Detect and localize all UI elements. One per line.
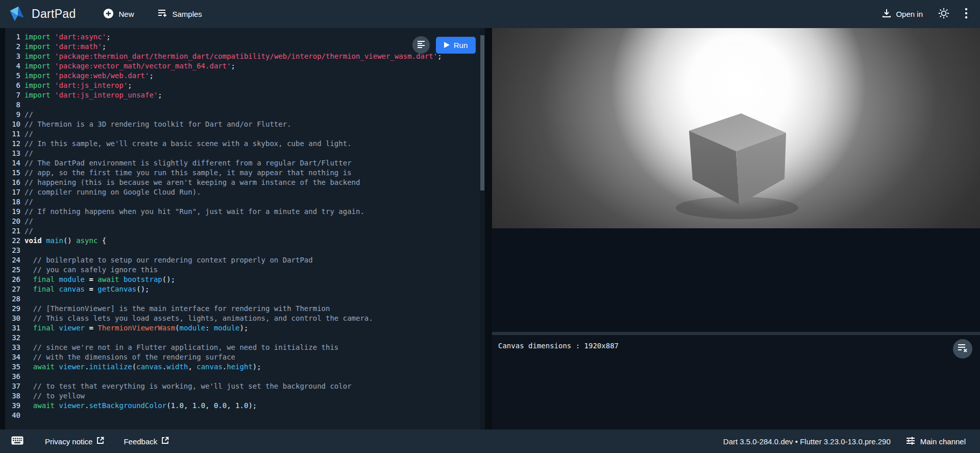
code-line[interactable]: 16// happening (this is because we aren'… — [5, 178, 485, 187]
line-number: 35 — [5, 362, 20, 372]
code-line[interactable]: 40 — [5, 411, 485, 420]
download-icon — [882, 9, 891, 19]
status-bar: Privacy notice Feedback Dart 3.5.0-284.0… — [0, 430, 980, 453]
plus-circle-icon — [103, 8, 114, 20]
code-line[interactable]: 21// — [5, 226, 485, 236]
feedback-link[interactable]: Feedback — [124, 437, 169, 446]
code-lines[interactable]: 1import 'dart:async';2import 'dart:math'… — [5, 28, 485, 430]
code-line[interactable]: 27 final canvas = getCanvas(); — [5, 284, 485, 294]
code-line[interactable]: 24 // boilerplate to setup our rendering… — [5, 255, 485, 265]
code-line[interactable]: 15// app, so the first time you run this… — [5, 168, 485, 178]
code-line[interactable]: 22void main() async { — [5, 236, 485, 246]
code-line[interactable]: 29 // [ThermionViewer] is the main inter… — [5, 304, 485, 314]
render-viewport[interactable] — [492, 28, 980, 228]
kebab-menu-icon — [965, 8, 968, 21]
keyboard-shortcuts-button[interactable] — [11, 436, 23, 446]
code-line[interactable]: 3import 'package:thermion_dart/thermion_… — [5, 52, 485, 61]
line-number: 24 — [5, 255, 20, 265]
brightness-sun-icon — [938, 8, 949, 21]
code-line[interactable]: 35 await viewer.initialize(canvas.width,… — [5, 362, 485, 372]
code-line[interactable]: 4import 'package:vector_math/vector_math… — [5, 61, 485, 71]
code-editor-panel: 1import 'dart:async';2import 'dart:math'… — [5, 28, 485, 430]
overflow-menu-button[interactable] — [965, 8, 968, 21]
code-line[interactable]: 36 — [5, 372, 485, 382]
code-line[interactable]: 11// — [5, 129, 485, 139]
code-line[interactable]: 30 // This class lets you load assets, l… — [5, 314, 485, 323]
new-button-label: New — [118, 10, 134, 18]
line-number: 19 — [5, 207, 20, 217]
line-number: 13 — [5, 149, 20, 158]
line-number: 27 — [5, 284, 20, 294]
line-number: 7 — [5, 90, 20, 100]
clear-console-button[interactable] — [953, 339, 972, 359]
new-button[interactable]: New — [103, 8, 134, 20]
code-line[interactable]: 13// — [5, 149, 485, 158]
line-number: 12 — [5, 139, 20, 149]
line-number: 1 — [5, 32, 20, 42]
version-info: Dart 3.5.0-284.0.dev • Flutter 3.23.0-13… — [723, 437, 891, 446]
play-icon — [444, 41, 450, 50]
format-icon — [417, 40, 425, 50]
privacy-notice-label: Privacy notice — [45, 437, 92, 446]
line-number: 29 — [5, 304, 20, 314]
code-line[interactable]: 8 — [5, 100, 485, 110]
open-in-new-icon — [96, 437, 104, 446]
open-in-label: Open in — [896, 10, 923, 18]
playlist-add-icon — [158, 9, 168, 19]
clear-console-icon — [958, 343, 968, 354]
line-number: 38 — [5, 391, 20, 401]
channel-selector-button[interactable]: Main channel — [906, 436, 966, 447]
code-line[interactable]: 18// — [5, 197, 485, 207]
code-line[interactable]: 34 // with the dimensions of the renderi… — [5, 352, 485, 362]
code-line[interactable]: 20// — [5, 217, 485, 226]
code-line[interactable]: 12// In this sample, we'll create a basi… — [5, 139, 485, 149]
code-line[interactable]: 37 // to test that everything is working… — [5, 382, 485, 391]
line-number: 16 — [5, 178, 20, 187]
run-button[interactable]: Run — [436, 37, 476, 54]
line-number: 40 — [5, 411, 20, 420]
theme-toggle-button[interactable] — [938, 8, 949, 21]
line-number: 2 — [5, 42, 20, 52]
code-line[interactable]: 26 final module = await bootstrap(); — [5, 275, 485, 284]
code-line[interactable]: 33 // since we're not in a Flutter appli… — [5, 343, 485, 352]
panel-splitter[interactable] — [485, 28, 492, 430]
code-line[interactable]: 23 — [5, 246, 485, 255]
editor-scrollbar-thumb[interactable] — [480, 35, 484, 190]
line-number: 5 — [5, 71, 20, 81]
code-line[interactable]: 7import 'dart:js_interop_unsafe'; — [5, 90, 485, 100]
samples-button[interactable]: Samples — [158, 9, 202, 19]
line-number: 36 — [5, 372, 20, 382]
line-number: 8 — [5, 100, 20, 110]
brand: DartPad — [8, 5, 76, 24]
code-line[interactable]: 17// compiler running on Google Cloud Ru… — [5, 187, 485, 197]
editor-scrollbar[interactable] — [480, 28, 485, 430]
line-number: 9 — [5, 110, 20, 120]
code-line[interactable]: 5import 'package:web/web.dart'; — [5, 71, 485, 81]
line-number: 23 — [5, 246, 20, 255]
line-number: 15 — [5, 168, 20, 178]
page-title: DartPad — [32, 7, 76, 21]
open-in-button[interactable]: Open in — [882, 9, 923, 19]
cube-3d — [492, 28, 980, 228]
code-line[interactable]: 6import 'dart:js_interop'; — [5, 81, 485, 90]
code-line[interactable]: 32 — [5, 333, 485, 343]
line-number: 6 — [5, 81, 20, 90]
code-line[interactable]: 38 // to yellow — [5, 391, 485, 401]
app-bar: DartPad New Samples Op — [0, 0, 980, 28]
code-line[interactable]: 28 — [5, 294, 485, 304]
line-number: 37 — [5, 382, 20, 391]
line-number: 26 — [5, 275, 20, 284]
code-line[interactable]: 39 await viewer.setBackgroundColor(1.0, … — [5, 401, 485, 411]
code-line[interactable]: 14// The DartPad environment is slightly… — [5, 158, 485, 168]
line-number: 34 — [5, 352, 20, 362]
code-line[interactable]: 9// — [5, 110, 485, 120]
code-line[interactable]: 19// If nothing happens when you hit "Ru… — [5, 207, 485, 217]
output-panel: Canvas dimensions : 980x453 — [492, 28, 980, 430]
code-line[interactable]: 10// Thermion is a 3D rendering toolkit … — [5, 120, 485, 129]
format-code-button[interactable] — [412, 36, 430, 54]
code-line[interactable]: 25 // you can safely ignore this — [5, 265, 485, 275]
code-line[interactable]: 31 final viewer = ThermionViewerWasm(mod… — [5, 323, 485, 333]
open-in-new-icon — [161, 437, 169, 446]
line-number: 22 — [5, 236, 20, 246]
privacy-notice-link[interactable]: Privacy notice — [45, 437, 104, 446]
